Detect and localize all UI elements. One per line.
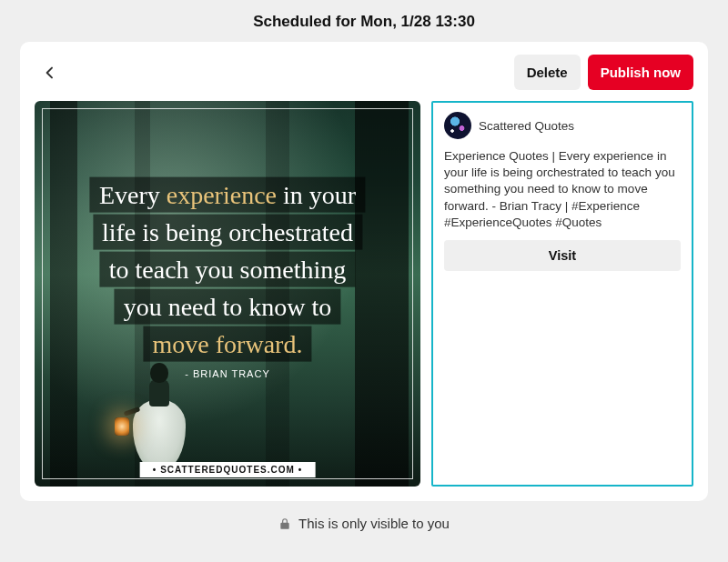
visit-button[interactable]: Visit (444, 240, 681, 271)
avatar (444, 112, 471, 139)
info-panel: Scattered Quotes Experience Quotes | Eve… (431, 101, 693, 487)
visibility-note: This is only visible to you (0, 501, 728, 531)
quote-attribution: - BRIAN TRACY (73, 368, 381, 381)
quote-word: in your (277, 181, 356, 209)
content-row: Every experience in your life is being o… (35, 101, 693, 487)
publish-now-button[interactable]: Publish now (588, 55, 693, 90)
profile-name: Scattered Quotes (479, 119, 574, 133)
delete-button[interactable]: Delete (514, 55, 581, 90)
card-header: Delete Publish now (35, 55, 693, 90)
pin-description: Experience Quotes | Every experience in … (444, 148, 681, 231)
action-buttons: Delete Publish now (514, 55, 693, 90)
quote-highlight: experience (167, 181, 277, 209)
image-watermark: SCATTEREDQUOTES.COM (140, 462, 316, 477)
visibility-text: This is only visible to you (298, 516, 450, 531)
lock-icon (278, 517, 291, 530)
chevron-left-icon (43, 65, 57, 80)
pin-image[interactable]: Every experience in your life is being o… (35, 101, 420, 487)
quote-text: Every experience in your life is being o… (73, 176, 381, 381)
quote-highlight: move forward. (144, 326, 312, 362)
page-title: Scheduled for Mon, 1/28 13:30 (0, 0, 728, 42)
quote-word: Every (99, 181, 167, 209)
quote-line: to teach you something (100, 252, 356, 287)
profile-row[interactable]: Scattered Quotes (444, 112, 681, 139)
pin-card: Delete Publish now Every experience in y… (20, 42, 708, 501)
quote-line: you need to know to (115, 289, 341, 325)
back-button[interactable] (35, 57, 66, 88)
quote-line: life is being orchestrated (93, 215, 362, 250)
